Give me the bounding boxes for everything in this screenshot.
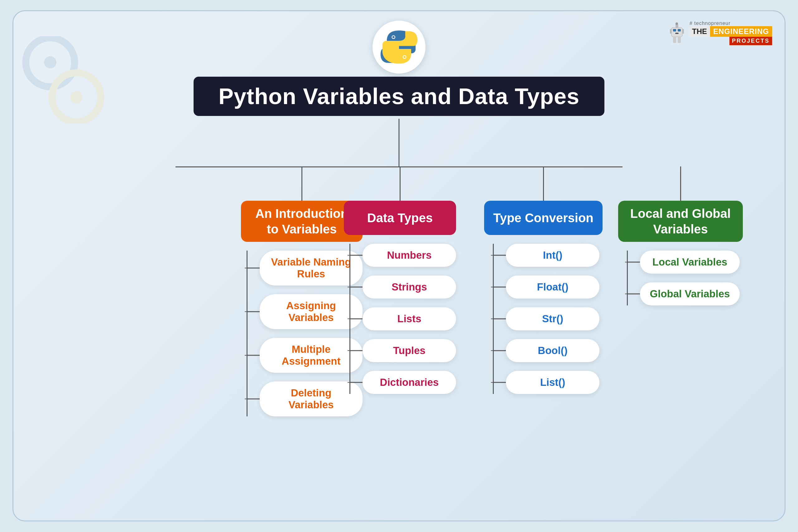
logo-text-block: # technopreneur THE ENGINEERING PROJECTS bbox=[689, 21, 772, 45]
col1-drop-line bbox=[301, 167, 302, 201]
watermark bbox=[20, 36, 107, 124]
col3-subitems: Int() Float() Str() Bool() bbox=[487, 244, 600, 394]
logo-area: # technopreneur THE ENGINEERING PROJECTS bbox=[667, 21, 772, 45]
logo-projects: PROJECTS bbox=[729, 37, 772, 45]
col4-header: Local and Global Variables bbox=[618, 201, 743, 242]
col1-item2-label: Assigning Variables bbox=[286, 300, 336, 323]
svg-point-2 bbox=[44, 56, 56, 68]
col1-item1-label: Variable Naming Rules bbox=[271, 256, 351, 280]
col4-subitems: Local Variables Global Variables bbox=[621, 251, 740, 305]
svg-rect-4 bbox=[671, 27, 682, 37]
col2-item5-label: Dictionaries bbox=[380, 377, 439, 388]
col2-item-1: Numbers bbox=[344, 244, 456, 267]
col3-item3-label: Str() bbox=[542, 313, 563, 324]
col3-item1-label: Int() bbox=[543, 249, 562, 261]
svg-rect-5 bbox=[673, 29, 676, 32]
col2-item-5: Dictionaries bbox=[344, 371, 456, 394]
col2-label: Data Types bbox=[367, 210, 433, 226]
col2-subitems: Numbers Strings Lists Tuples bbox=[344, 244, 456, 394]
main-container: # technopreneur THE ENGINEERING PROJECTS… bbox=[13, 10, 785, 521]
col4-item1-label: Local Variables bbox=[652, 256, 727, 268]
python-logo bbox=[379, 27, 419, 67]
col2-item1-label: Numbers bbox=[387, 249, 432, 261]
svg-rect-6 bbox=[678, 29, 681, 32]
svg-rect-7 bbox=[675, 33, 679, 34]
title-bar: Python Variables and Data Types bbox=[194, 77, 604, 116]
logo-techno: # technopreneur bbox=[689, 21, 731, 26]
svg-rect-9 bbox=[682, 29, 684, 34]
svg-point-17 bbox=[403, 56, 405, 58]
col2-item-4: Tuples bbox=[344, 339, 456, 362]
col1-label: An Introduction to Variables bbox=[248, 206, 355, 237]
svg-rect-10 bbox=[673, 37, 676, 43]
col2-item2-label: Strings bbox=[392, 281, 427, 293]
col3-header: Type Conversion bbox=[484, 201, 603, 235]
col2-item3-label: Lists bbox=[397, 313, 421, 324]
col4-item2-label: Global Variables bbox=[650, 288, 730, 300]
col3-label: Type Conversion bbox=[493, 210, 593, 226]
col4-item-2: Global Variables bbox=[621, 282, 740, 305]
python-logo-circle bbox=[373, 21, 425, 74]
logo-engineering: ENGINEERING bbox=[710, 26, 772, 37]
col3-item2-label: Float() bbox=[537, 281, 569, 293]
svg-point-15 bbox=[393, 36, 395, 38]
col3-item5-label: List() bbox=[540, 377, 566, 388]
col4-drop-line bbox=[680, 167, 681, 201]
col3-item-1: Int() bbox=[487, 244, 600, 267]
col3-item-4: Bool() bbox=[487, 339, 600, 362]
main-title: Python Variables and Data Types bbox=[218, 83, 580, 109]
column-localvars: Local and Global Variables Local Variabl… bbox=[618, 167, 743, 305]
col3-item-3: Str() bbox=[487, 307, 600, 330]
robot-icon bbox=[667, 21, 687, 44]
svg-point-3 bbox=[70, 91, 82, 103]
col3-item4-label: Bool() bbox=[538, 345, 567, 356]
col3-item-2: Float() bbox=[487, 276, 600, 299]
col4-label: Local and Global Variables bbox=[626, 206, 735, 237]
col2-item4-label: Tuples bbox=[393, 345, 425, 356]
col2-item-3: Lists bbox=[344, 307, 456, 330]
col3-item-5: List() bbox=[487, 371, 600, 394]
column-typeconv: Type Conversion Int() Float() Str() bbox=[484, 167, 603, 394]
svg-rect-8 bbox=[670, 29, 671, 34]
col2-header: Data Types bbox=[344, 201, 456, 235]
svg-rect-11 bbox=[678, 37, 681, 43]
root-line bbox=[399, 119, 400, 167]
svg-point-13 bbox=[676, 22, 678, 25]
logo-the: THE bbox=[689, 26, 709, 37]
col1-item4-label: Deleting Variables bbox=[289, 387, 334, 411]
col2-drop-line bbox=[400, 167, 401, 201]
col4-item-1: Local Variables bbox=[621, 251, 740, 274]
col3-drop-line bbox=[543, 167, 544, 201]
col2-item-2: Strings bbox=[344, 276, 456, 299]
col1-item3-label: Multiple Assignment bbox=[282, 343, 341, 367]
column-datatypes: Data Types Numbers Strings Lists bbox=[344, 167, 456, 394]
